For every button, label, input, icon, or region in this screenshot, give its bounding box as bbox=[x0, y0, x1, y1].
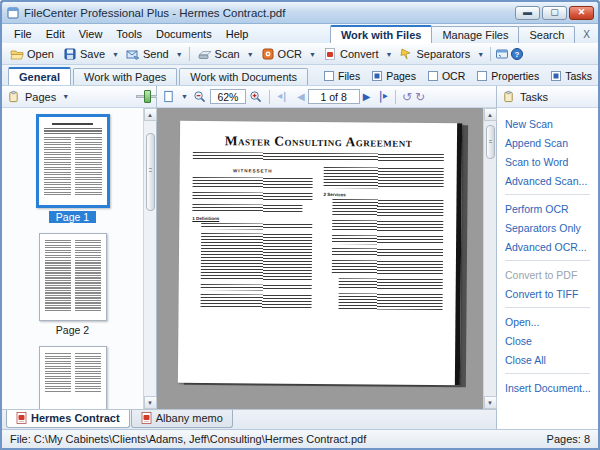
last-page-button[interactable]: ▕⯈ bbox=[373, 92, 389, 102]
task-close[interactable]: Close bbox=[505, 331, 598, 350]
tab-work-with-files[interactable]: Work with Files bbox=[330, 25, 432, 43]
page-2-label: Page 2 bbox=[49, 324, 96, 336]
zoom-in-icon[interactable] bbox=[249, 90, 263, 104]
open-button[interactable]: Open bbox=[6, 46, 58, 62]
tab-manage-files[interactable]: Manage Files bbox=[431, 26, 519, 43]
preview-scroll-up-icon[interactable]: ▲ bbox=[484, 108, 497, 121]
page-indicator[interactable]: 1 of 8 bbox=[308, 89, 360, 104]
page-view-caret[interactable]: ▼ bbox=[179, 93, 190, 100]
toggle-files[interactable]: Files bbox=[324, 70, 360, 82]
page-thumbnail-3[interactable] bbox=[2, 346, 143, 409]
toggle-tasks[interactable]: Tasks bbox=[551, 70, 592, 82]
tab-work-with-pages[interactable]: Work with Pages bbox=[73, 68, 177, 85]
pages-checkbox[interactable] bbox=[372, 71, 382, 81]
next-page-button[interactable]: ▶ bbox=[363, 92, 371, 102]
slider-thumb[interactable] bbox=[144, 90, 151, 103]
help-icon[interactable]: ? bbox=[510, 47, 524, 61]
rotate-right-icon[interactable]: ↻ bbox=[415, 90, 425, 104]
tasks-panel-title: Tasks bbox=[520, 91, 548, 103]
previous-page-button[interactable]: ◀ bbox=[297, 92, 305, 102]
save-dropdown-caret[interactable]: ▼ bbox=[110, 51, 121, 58]
convert-dropdown-caret[interactable]: ▼ bbox=[384, 51, 395, 58]
menu-documents[interactable]: Documents bbox=[150, 26, 218, 42]
scroll-up-icon[interactable]: ▲ bbox=[144, 108, 157, 121]
task-open[interactable]: Open... bbox=[505, 312, 598, 331]
menu-tools[interactable]: Tools bbox=[110, 26, 148, 42]
close-button[interactable]: ✕ bbox=[569, 6, 594, 20]
title-bar: FileCenter Professional Plus - Hermes Co… bbox=[2, 2, 598, 24]
task-append-scan[interactable]: Append Scan bbox=[505, 133, 598, 152]
task-advanced-scan[interactable]: Advanced Scan... bbox=[505, 171, 598, 190]
doc-tab-hermes-contract[interactable]: Hermes Contract bbox=[6, 410, 130, 428]
scan-button[interactable]: Scan bbox=[194, 46, 244, 62]
tasks-checkbox[interactable] bbox=[551, 71, 561, 81]
document-section-services: 2 Services bbox=[323, 192, 443, 198]
task-perform-ocr[interactable]: Perform OCR bbox=[505, 199, 598, 218]
task-divider bbox=[505, 373, 590, 374]
scan-dropdown-caret[interactable]: ▼ bbox=[245, 51, 256, 58]
task-new-scan[interactable]: New Scan bbox=[505, 114, 598, 133]
send-dropdown-caret[interactable]: ▼ bbox=[174, 51, 185, 58]
task-scan-to-word[interactable]: Scan to Word bbox=[505, 152, 598, 171]
toggle-pages[interactable]: Pages bbox=[372, 70, 416, 82]
scroll-down-icon[interactable]: ▼ bbox=[144, 396, 157, 409]
tabs-close-button[interactable]: X bbox=[575, 26, 598, 43]
save-button[interactable]: Save bbox=[59, 46, 109, 62]
scrollbar-thumb[interactable] bbox=[146, 133, 155, 211]
pdf-file-icon bbox=[16, 412, 27, 424]
task-divider bbox=[505, 307, 590, 308]
menu-edit[interactable]: Edit bbox=[40, 26, 71, 42]
document-intro-paragraph bbox=[193, 152, 444, 162]
pages-dropdown-caret[interactable]: ▼ bbox=[60, 93, 71, 100]
first-page-button[interactable]: ⯇▏ bbox=[276, 92, 294, 102]
main-toolbar: Open Save ▼ Send ▼ Scan ▼ OCR ▼ Convert … bbox=[2, 43, 598, 65]
thumbnail-size-slider[interactable] bbox=[136, 90, 151, 103]
task-close-all[interactable]: Close All bbox=[505, 350, 598, 369]
separators-dropdown-caret[interactable]: ▼ bbox=[475, 51, 486, 58]
task-insert-document[interactable]: Insert Document... bbox=[505, 378, 598, 397]
rotate-left-icon[interactable]: ↺ bbox=[402, 90, 412, 104]
tab-general[interactable]: General bbox=[8, 67, 71, 85]
ocr-button[interactable]: OCR bbox=[257, 46, 306, 62]
task-divider bbox=[505, 194, 590, 195]
ocr-checkbox[interactable] bbox=[428, 71, 438, 81]
separators-button[interactable]: Separators bbox=[395, 46, 474, 62]
page-thumbnail-2[interactable]: Page 2 bbox=[2, 233, 143, 336]
pages-panel-title: Pages bbox=[25, 91, 56, 103]
properties-checkbox[interactable] bbox=[477, 71, 487, 81]
files-checkbox[interactable] bbox=[324, 71, 334, 81]
tasks-panel: Tasks New Scan Append Scan Scan to Word … bbox=[496, 86, 598, 429]
menu-file[interactable]: File bbox=[8, 26, 38, 42]
status-bar: File: C:\My Cabinets\Clients\Adams, Jeff… bbox=[2, 429, 598, 448]
mode-tabs: Work with Files Manage Files Search X bbox=[331, 24, 598, 43]
send-button[interactable]: Send bbox=[122, 46, 173, 62]
ocr-dropdown-caret[interactable]: ▼ bbox=[307, 51, 318, 58]
document-title: Master Consulting Agreement bbox=[193, 133, 444, 151]
page-view-icon[interactable] bbox=[162, 90, 176, 104]
task-convert-to-tiff[interactable]: Convert to TIFF bbox=[505, 284, 598, 303]
thumbnail-scrollbar[interactable]: ▲ ▼ bbox=[143, 108, 156, 409]
pdf-file-icon bbox=[141, 412, 152, 424]
preview-scrollbar-thumb[interactable] bbox=[486, 125, 495, 159]
zoom-out-icon[interactable] bbox=[193, 90, 207, 104]
convert-pdf-icon bbox=[323, 47, 337, 61]
task-advanced-ocr[interactable]: Advanced OCR... bbox=[505, 237, 598, 256]
toggle-properties[interactable]: Properties bbox=[477, 70, 539, 82]
preview-scroll-down-icon[interactable]: ▼ bbox=[484, 396, 497, 409]
task-divider bbox=[505, 260, 590, 261]
tab-search[interactable]: Search bbox=[518, 26, 575, 43]
toggle-ocr[interactable]: OCR bbox=[428, 70, 465, 82]
document-page[interactable]: Master Consulting Agreement WITNESSETH 1… bbox=[178, 121, 462, 385]
task-separators-only[interactable]: Separators Only bbox=[505, 218, 598, 237]
doc-tab-albany-memo[interactable]: Albany memo bbox=[131, 410, 233, 428]
minimize-button[interactable]: ▬ bbox=[515, 6, 540, 20]
maximize-button[interactable]: ▢ bbox=[542, 6, 567, 20]
convert-button[interactable]: Convert bbox=[319, 46, 383, 62]
tab-work-with-documents[interactable]: Work with Documents bbox=[179, 68, 308, 85]
console-icon[interactable] bbox=[495, 47, 509, 61]
menu-view[interactable]: View bbox=[73, 26, 109, 42]
page-thumbnail-1[interactable]: Page 1 bbox=[2, 114, 143, 223]
preview-scrollbar[interactable]: ▲ ▼ bbox=[483, 108, 496, 409]
menu-help[interactable]: Help bbox=[220, 26, 255, 42]
zoom-level-input[interactable]: 62% bbox=[210, 89, 246, 104]
